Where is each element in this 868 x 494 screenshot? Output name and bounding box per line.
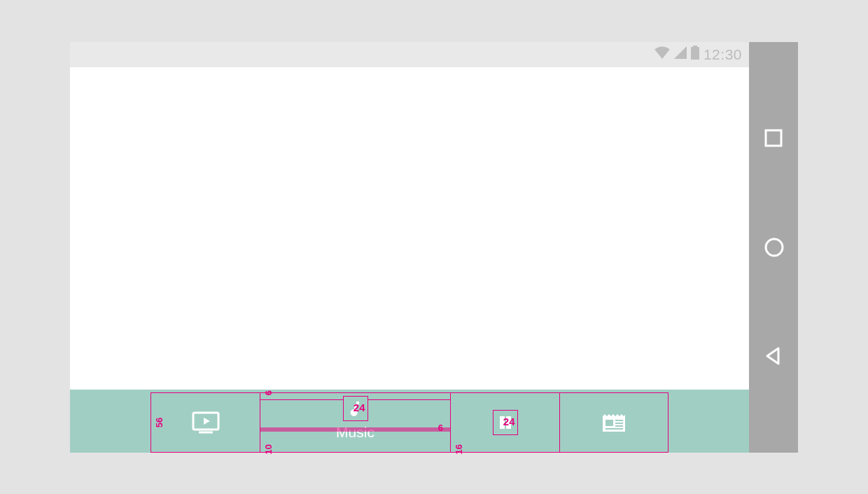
nav-tab-video[interactable]: 56 (150, 392, 260, 453)
recents-button[interactable] (763, 128, 784, 149)
spec-iconbox-active: 24 (343, 396, 368, 421)
nav-tab-label: Music (336, 424, 374, 441)
nav-tab-music[interactable]: 6 6 10 24 Music (260, 392, 450, 453)
svg-rect-11 (615, 425, 623, 427)
wifi-icon (654, 46, 670, 62)
svg-rect-10 (615, 423, 623, 424)
spec-icon-size-active: 24 (354, 402, 365, 413)
screen-area: 12:30 56 (70, 42, 749, 453)
spec-line-horizontal (260, 427, 450, 432)
svg-rect-2 (693, 46, 697, 48)
svg-rect-13 (766, 130, 781, 146)
spec-bottom-pad: 10 (263, 444, 274, 454)
spec-height: 56 (154, 417, 164, 427)
spec-inactive-bottom-pad: 16 (454, 444, 464, 454)
device-frame: 12:30 56 (70, 42, 798, 453)
spec-iconbox-inactive: 24 (493, 410, 518, 435)
svg-rect-9 (615, 420, 623, 421)
bottom-navigation: 56 6 6 10 (70, 392, 749, 453)
svg-rect-8 (606, 420, 613, 426)
spec-overlay-group: 56 6 6 10 (150, 392, 668, 453)
svg-marker-4 (204, 418, 210, 425)
spec-top-pad: 6 (263, 390, 274, 395)
svg-marker-15 (767, 348, 778, 364)
status-bar: 12:30 (70, 42, 749, 67)
status-time: 12:30 (704, 46, 742, 63)
svg-rect-1 (691, 47, 699, 60)
content-area (70, 67, 749, 390)
home-button[interactable] (763, 236, 784, 257)
battery-icon (691, 46, 699, 63)
system-nav-bar (749, 42, 798, 453)
spec-icon-size-inactive: 24 (503, 416, 515, 427)
svg-point-14 (766, 239, 783, 256)
cell-signal-icon (674, 46, 687, 62)
nav-tab-book[interactable]: 16 24 (450, 392, 559, 453)
newspaper-icon (601, 412, 626, 433)
nav-tab-news[interactable] (559, 392, 668, 453)
svg-rect-12 (606, 428, 623, 430)
back-button[interactable] (763, 345, 784, 366)
tv-icon (192, 411, 220, 434)
svg-marker-0 (674, 46, 687, 59)
